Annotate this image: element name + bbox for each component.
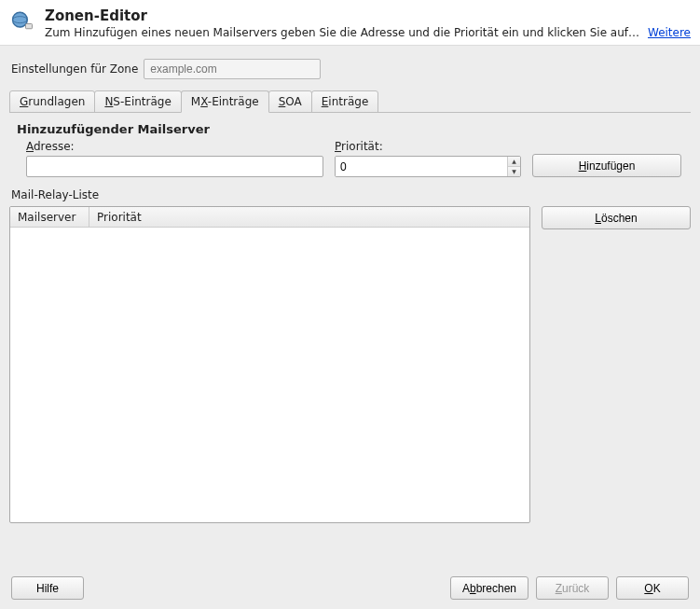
priority-input[interactable] [336,157,507,176]
header: Zonen-Editor Zum Hinzufügen eines neuen … [0,0,700,46]
relay-table[interactable]: Mailserver Priorität [9,206,530,523]
page-subtitle: Zum Hinzufügen eines neuen Mailservers g… [45,26,642,39]
svg-rect-2 [26,24,33,29]
back-button: Zurück [536,576,609,600]
priority-label: Priorität: [335,140,521,153]
tab-eintraege[interactable]: Einträge [311,90,379,113]
priority-spin-up[interactable]: ▲ [508,157,520,166]
dialog-footer: Hilfe Abbrechen Zurück OK [0,567,700,609]
tab-soa[interactable]: SOA [268,90,312,113]
col-header-priority[interactable]: Priorität [89,207,529,227]
relay-table-header: Mailserver Priorität [10,207,529,228]
zone-editor-icon [9,7,35,34]
address-input[interactable] [26,156,323,177]
address-label: Adresse: [26,140,323,153]
priority-spinner[interactable]: ▲ ▼ [335,156,521,177]
zone-name-input [144,59,321,79]
tab-content-mx: Hinzuzufügender Mailserver Adresse: Prio… [9,113,691,185]
tab-mx-eintraege[interactable]: MX-Einträge [181,90,269,113]
priority-spin-down[interactable]: ▼ [508,166,520,176]
zone-settings-row: Einstellungen für Zone [0,46,700,90]
relay-list-title: Mail-Relay-Liste [11,188,530,201]
ok-button[interactable]: OK [616,576,689,600]
zone-label: Einstellungen für Zone [11,62,138,76]
help-button[interactable]: Hilfe [11,576,84,600]
cancel-button[interactable]: Abbrechen [450,576,528,600]
page-title: Zonen-Editor [45,7,691,24]
tab-ns-eintraege[interactable]: NS-Einträge [94,90,181,113]
col-header-mailserver[interactable]: Mailserver [10,207,89,227]
add-mailserver-group-title: Hinzuzufügender Mailserver [17,122,685,136]
tab-grundlagen[interactable]: Grundlagen [9,90,95,113]
tabbar: Grundlagen NS-Einträge MX-Einträge SOA E… [0,90,700,113]
delete-button[interactable]: Löschen [542,206,691,229]
add-button[interactable]: Hinzufügen [532,154,681,177]
more-link[interactable]: Weitere [648,26,691,39]
